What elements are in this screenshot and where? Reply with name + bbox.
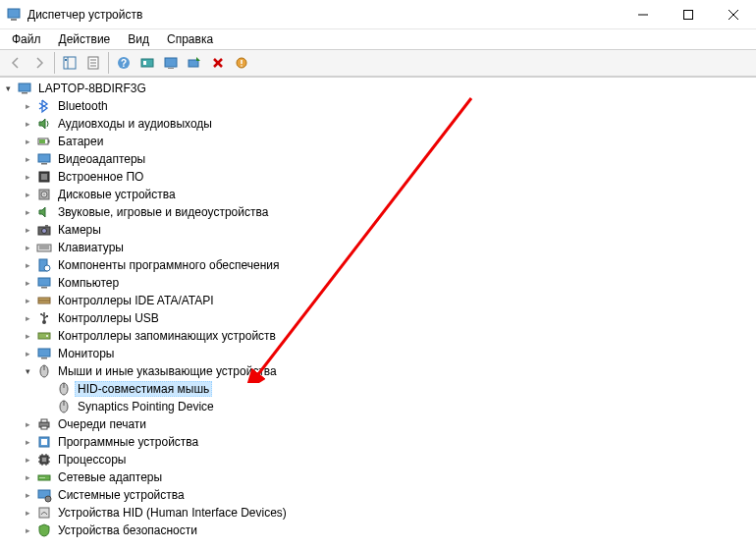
expand-arrow-icon[interactable] [22, 507, 33, 519]
device-label: Процессоры [55, 452, 130, 468]
device-category[interactable]: Мыши и иные указывающие устройства [22, 362, 756, 380]
device-category[interactable]: Дисковые устройства [22, 186, 756, 203]
monitor-icon [36, 346, 52, 361]
svg-rect-64 [41, 426, 47, 429]
device-category[interactable]: Устройства безопасности [22, 522, 756, 539]
show-hidden-button[interactable] [159, 51, 183, 75]
svg-rect-18 [168, 68, 174, 69]
expand-arrow-icon[interactable] [22, 118, 33, 130]
expand-arrow-icon[interactable] [22, 171, 33, 183]
properties-button[interactable] [81, 51, 105, 75]
device-category[interactable]: Сетевые адаптеры [22, 468, 756, 486]
back-button[interactable] [4, 51, 27, 75]
device-category[interactable]: Клавиатуры [22, 239, 756, 256]
mouse-icon [56, 399, 72, 414]
expand-arrow-icon[interactable] [22, 436, 33, 448]
svg-rect-27 [48, 140, 50, 143]
maximize-button[interactable] [666, 0, 711, 29]
device-item[interactable]: Synaptics Pointing Device [41, 398, 756, 415]
device-category[interactable]: Аудиовходы и аудиовыходы [22, 115, 756, 133]
help-button[interactable]: ? [112, 51, 135, 75]
device-category[interactable]: Мониторы [22, 345, 756, 362]
device-category[interactable]: Встроенное ПО [22, 168, 756, 186]
device-category[interactable]: Компоненты программного обеспечения [22, 256, 756, 274]
window-controls [621, 0, 756, 29]
device-item[interactable]: HID-совместимая мышь [41, 380, 756, 398]
device-category[interactable]: Звуковые, игровые и видеоустройства [22, 203, 756, 221]
device-label: Сетевые адаптеры [55, 469, 165, 485]
expand-arrow-icon[interactable] [22, 295, 33, 306]
display-icon [36, 151, 52, 167]
device-label: HID-совместимая мышь [75, 381, 212, 397]
svg-rect-30 [41, 163, 47, 165]
device-category[interactable]: Устройства HID (Human Interface Devices) [22, 504, 756, 522]
computer-root[interactable]: LAPTOP-8BDIRF3G [2, 80, 756, 97]
expand-arrow-icon[interactable] [22, 224, 33, 236]
forward-button[interactable] [27, 51, 51, 75]
device-category[interactable]: Контроллеры IDE ATA/ATAPI [22, 292, 756, 309]
device-category[interactable]: Очереди печати [22, 415, 756, 433]
svg-rect-32 [41, 174, 47, 180]
close-button[interactable] [711, 0, 756, 29]
svg-rect-55 [41, 358, 47, 359]
device-label: Батареи [55, 134, 106, 149]
disable-button[interactable] [230, 51, 253, 75]
expand-arrow-icon[interactable] [22, 242, 33, 253]
device-label: Компьютер [55, 275, 122, 291]
show-console-tree-button[interactable] [58, 51, 81, 75]
svg-rect-68 [42, 458, 46, 462]
expand-arrow-icon[interactable] [22, 189, 33, 200]
device-category[interactable]: Компьютер [22, 274, 756, 292]
device-category[interactable]: Процессоры [22, 451, 756, 468]
expand-arrow-icon[interactable] [22, 259, 33, 271]
device-tree-panel[interactable]: LAPTOP-8BDIRF3GBluetoothАудиовходы и ауд… [0, 77, 756, 550]
uninstall-button[interactable] [206, 51, 230, 75]
expand-arrow-icon[interactable] [22, 418, 33, 430]
device-label: Мониторы [55, 346, 117, 361]
expand-arrow-icon[interactable] [22, 277, 33, 289]
expand-arrow-icon[interactable] [22, 524, 33, 536]
device-category[interactable]: Батареи [22, 133, 756, 150]
minimize-button[interactable] [621, 0, 666, 29]
device-category[interactable]: Камеры [22, 221, 756, 239]
device-category[interactable]: Контроллеры запоминающих устройств [22, 327, 756, 345]
svg-rect-51 [46, 315, 48, 317]
menu-help[interactable]: Справка [159, 30, 221, 48]
collapse-arrow-icon[interactable] [2, 82, 14, 94]
menu-file[interactable]: Файл [4, 30, 49, 48]
svg-point-37 [42, 229, 47, 234]
device-label: Камеры [55, 222, 104, 238]
expand-arrow-icon[interactable] [22, 454, 33, 466]
menu-action[interactable]: Действие [51, 30, 119, 48]
storage-icon [36, 328, 52, 344]
expand-arrow-icon[interactable] [22, 312, 33, 324]
expand-arrow-icon[interactable] [22, 471, 33, 483]
device-category[interactable]: Программные устройства [22, 433, 756, 451]
collapse-arrow-icon[interactable] [22, 365, 33, 377]
expand-arrow-icon[interactable] [22, 489, 33, 501]
svg-rect-28 [39, 139, 45, 143]
expand-arrow-icon[interactable] [22, 153, 33, 165]
device-label: Контроллеры запоминающих устройств [55, 328, 279, 344]
menu-view[interactable]: Вид [120, 30, 157, 48]
device-label: Видеоадаптеры [55, 151, 148, 167]
expand-arrow-icon[interactable] [22, 206, 33, 218]
device-label: Устройства HID (Human Interface Devices) [55, 505, 290, 521]
device-category[interactable]: Bluetooth [22, 97, 756, 115]
device-category[interactable]: Системные устройства [22, 486, 756, 504]
device-category[interactable]: Контроллеры USB [22, 309, 756, 327]
svg-rect-15 [141, 59, 153, 67]
svg-rect-52 [38, 333, 50, 339]
expand-arrow-icon[interactable] [22, 330, 33, 342]
security-icon [36, 522, 52, 538]
update-driver-button[interactable] [135, 51, 159, 75]
svg-rect-3 [684, 10, 693, 19]
expand-arrow-icon[interactable] [22, 348, 33, 359]
mouse-icon [36, 363, 52, 379]
softdev-icon [36, 434, 52, 450]
device-category[interactable]: Видеоадаптеры [22, 150, 756, 168]
scan-hardware-button[interactable] [183, 51, 206, 75]
expand-arrow-icon[interactable] [22, 136, 33, 147]
sound-icon [36, 204, 52, 220]
expand-arrow-icon[interactable] [22, 100, 33, 112]
